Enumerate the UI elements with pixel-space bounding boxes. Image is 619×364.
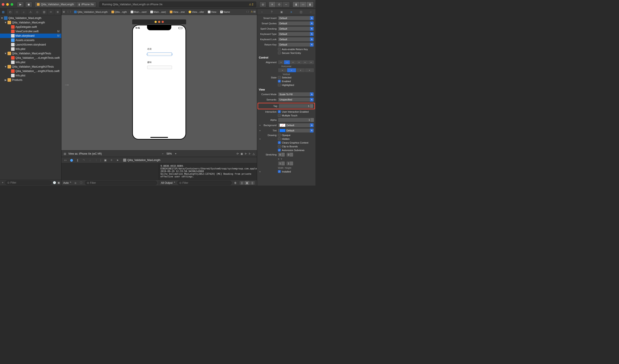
jump-bar[interactable]: ⊞ 〈 〉 Qiita_Validation_MaxLength〉 Qiita…… (61, 9, 257, 15)
minimize-icon[interactable] (6, 3, 9, 6)
help-inspector-tab[interactable]: ? (267, 9, 277, 15)
secure-text-checkbox[interactable]: Secure Text Entry (278, 52, 301, 54)
auto-return-checkbox[interactable]: Auto-enable Return Key (278, 48, 308, 51)
source-control-tab[interactable]: ◴ (7, 9, 14, 15)
selected-checkbox[interactable]: Selected (278, 76, 291, 79)
find-navigator-tab[interactable]: ⌕ (20, 9, 27, 15)
step-out-button[interactable]: ↑ (94, 158, 98, 162)
smart-insert-select[interactable]: Default⇅ (278, 16, 314, 20)
zoom-out-button[interactable]: − (162, 152, 163, 155)
tree-row[interactable]: Info.plist (0, 60, 61, 65)
hobby-textfield[interactable] (147, 66, 172, 69)
tree-row[interactable]: ▼Qiita_Validation_MaxLengthTests (0, 51, 61, 56)
horizontal-alignment-segment[interactable]: ▫▫▫▫▫▫ (278, 60, 314, 65)
resolve-button[interactable]: △ (253, 152, 255, 155)
debug-navigator-tab[interactable]: ▥ (41, 9, 48, 15)
smart-quotes-select[interactable]: Default⇅ (278, 21, 314, 26)
destination-selector[interactable]: ▮ iPhone Xʀ (76, 1, 96, 7)
scene-title-bar[interactable] (132, 19, 186, 24)
keyboard-type-select[interactable]: Default⇅ (278, 32, 314, 36)
embed-button[interactable]: ▣ (240, 152, 243, 155)
related-items-button[interactable]: ⊞ (63, 10, 65, 13)
version-editor-button[interactable]: ↔ (283, 1, 290, 7)
size-inspector-tab[interactable]: ◫ (296, 9, 306, 15)
close-icon[interactable] (2, 3, 4, 6)
add-tint-button[interactable]: + (258, 129, 262, 132)
issue-navigator-tab[interactable]: ⚠ (27, 9, 34, 15)
tree-row[interactable]: ▼Qiita_Validation_MaxLengthUITests (0, 65, 61, 69)
stretch-w-field[interactable]: 1 (278, 161, 285, 166)
tree-row[interactable]: Qiita_Validation_…xLengthTests.swift (0, 56, 61, 60)
uie-checkbox[interactable]: ✓User Interaction Enabled (278, 110, 309, 113)
memory-graph-button[interactable]: ⚛ (110, 158, 113, 162)
tag-field[interactable]: 1 (279, 104, 313, 108)
activity-view[interactable]: Running Qiita_Validation_MaxLength on iP… (99, 1, 256, 7)
multitouch-checkbox[interactable]: Multiple Touch (278, 114, 297, 117)
tree-row[interactable]: Assets.xcassets (0, 38, 61, 42)
toggle-navigator-button[interactable]: ▮ (293, 1, 300, 7)
return-key-select[interactable]: Default⇅ (278, 42, 314, 47)
process-selector[interactable]: Qiita_Validation_MaxLength (123, 159, 160, 162)
installed-checkbox[interactable]: ✓Installed (278, 170, 291, 173)
tree-row[interactable]: LaunchScreen.storyboard (0, 42, 61, 47)
pin-button[interactable]: ⊩ (249, 152, 251, 155)
toggle-inspector-button[interactable]: ▮ (307, 1, 314, 7)
report-navigator-tab[interactable]: ≣ (54, 9, 61, 15)
variables-view[interactable] (61, 163, 159, 180)
identity-inspector-tab[interactable]: ▣ (277, 9, 286, 15)
console-output[interactable]: 9-8B3B-401D-BDB9-E3B2418E172F/data/Conta… (159, 163, 257, 180)
ctb-checkbox[interactable]: Clip to Bounds (278, 145, 298, 148)
ars-checkbox[interactable]: ✓Autoresize Subviews (278, 149, 304, 151)
step-in-button[interactable]: ↓ (88, 158, 92, 162)
project-tree[interactable]: ▼Qiita_Validation_MaxLength▼Qiita_Valida… (0, 15, 61, 179)
hide-debug-button[interactable]: ▭ (63, 158, 67, 162)
show-both-button[interactable]: ▮ (244, 181, 250, 185)
connections-inspector-tab[interactable]: → (306, 9, 315, 15)
scm-filter-button[interactable]: ▣ (57, 181, 60, 184)
highlighted-checkbox[interactable]: Highlighted (278, 83, 294, 86)
forward-button[interactable]: 〉 (70, 10, 72, 13)
tree-row[interactable]: AppDelegate.swift (0, 25, 61, 29)
tree-row[interactable]: ▶Products (0, 78, 61, 82)
next-button[interactable]: 〉 (248, 10, 250, 13)
continue-button[interactable]: ‖ (76, 158, 80, 162)
document-outline-button[interactable]: ▤ (64, 152, 66, 155)
filter-input[interactable]: ⊙ Filter (5, 180, 52, 185)
tree-row[interactable]: Qiita_Validation_…engthUITests.swift (0, 69, 61, 73)
outline-toggle-button[interactable]: ▤ (253, 10, 255, 13)
back-button[interactable]: 〈 (66, 10, 69, 13)
library-button[interactable]: ◎ (259, 1, 266, 7)
tree-row[interactable]: Info.plist (0, 47, 61, 51)
assistant-editor-button[interactable]: ⊙ (276, 1, 283, 7)
stretch-h-field[interactable]: 1 (286, 161, 293, 166)
alpha-field[interactable]: 1 (278, 118, 314, 122)
tree-row[interactable]: ▼Qiita_Validation_MaxLength (0, 16, 61, 20)
add-bg-button[interactable]: + (258, 124, 262, 127)
breakpoint-navigator-tab[interactable]: ⬄ (48, 9, 54, 15)
align-button[interactable]: ⊫ (245, 152, 247, 155)
spell-check-select[interactable]: Default⇅ (278, 27, 314, 31)
breakpoints-button[interactable]: ⬤ (70, 158, 73, 162)
file-inspector-tab[interactable]: ▫ (257, 9, 267, 15)
outline-warn-icon[interactable]: ⚠ (251, 10, 253, 13)
auto-scope-selector[interactable]: Auto ⌃ (63, 181, 72, 184)
show-console-button[interactable]: ▯ (250, 181, 255, 185)
step-over-button[interactable]: ↷ (82, 158, 86, 162)
view-debug-button[interactable]: ▣ (103, 158, 107, 162)
zoom-in-button[interactable]: + (175, 152, 176, 155)
interface-builder-canvas[interactable]: → 9:41 名前 趣味 (61, 15, 257, 150)
warning-badge[interactable]: ⚠ 2 (249, 3, 253, 6)
project-navigator-tab[interactable]: ▤ (0, 9, 7, 15)
hidden-checkbox[interactable]: Hidden (278, 137, 290, 140)
name-textfield[interactable] (147, 52, 172, 56)
print-button[interactable]: ⓘ (79, 181, 83, 185)
show-variables-button[interactable]: ▯ (239, 181, 244, 185)
opaque-checkbox[interactable]: Opaque (278, 134, 291, 136)
standard-editor-button[interactable]: ≡ (269, 1, 276, 7)
stretch-y-field[interactable]: 0 (286, 152, 293, 157)
stretch-x-field[interactable]: 0 (278, 152, 285, 157)
add-drawing-button[interactable]: + (258, 138, 262, 140)
variables-filter-input[interactable]: ⊙ Filter (85, 181, 157, 185)
view-as-label[interactable]: View as: iPhone Xʀ (wC hR) (68, 152, 102, 155)
stop-button[interactable]: ◼ (25, 1, 32, 7)
